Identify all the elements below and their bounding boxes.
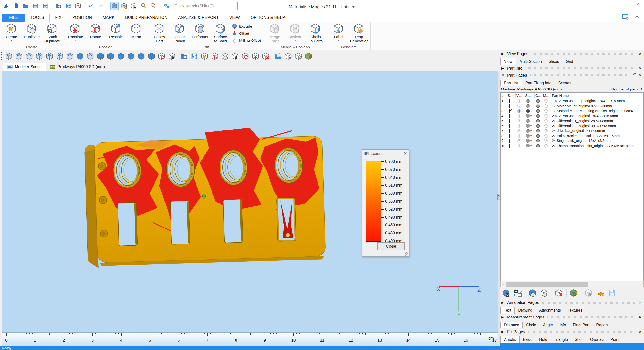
tab-scenes[interactable]: Scenes: [555, 80, 574, 86]
mark-part-button[interactable]: [294, 52, 304, 61]
shading-mode-icon[interactable]: ▾: [524, 144, 534, 148]
measurement-pages-close-icon[interactable]: ✕: [638, 315, 642, 320]
view-back-button[interactable]: [106, 52, 116, 61]
menu-tools[interactable]: TOOLS: [25, 14, 50, 22]
milling-offset-button[interactable]: Milling Offset: [232, 38, 261, 44]
part-select-checkbox[interactable]: [509, 129, 510, 133]
part-pages-close-icon[interactable]: ✕: [638, 73, 642, 78]
shading-mode-icon[interactable]: ▾: [524, 119, 534, 123]
menu-options-help[interactable]: OPTIONS & HELP: [245, 14, 290, 22]
prop-generation-button[interactable]: Prop Generation: [349, 22, 369, 43]
menu-analyze-report[interactable]: ANALYZE & REPORT: [173, 14, 224, 22]
tab-part-list[interactable]: Part List: [500, 80, 522, 86]
view-iso-button[interactable]: [136, 52, 146, 61]
collapse-arrow-icon[interactable]: ▶: [501, 301, 505, 304]
color-icon[interactable]: [534, 144, 542, 148]
tab-slices[interactable]: Slices: [545, 58, 562, 65]
collapse-arrow-icon[interactable]: ▼: [501, 74, 505, 77]
menu-view[interactable]: VIEW: [224, 14, 245, 22]
tab-text[interactable]: Text: [500, 307, 515, 314]
color-icon[interactable]: [534, 118, 542, 123]
tab-distance[interactable]: Distance: [500, 322, 523, 328]
table-row[interactable]: 3 ▾ 1x-Second Motor Mounting Bracket_ori…: [501, 108, 643, 114]
hollow-part-button[interactable]: Hollow Part: [150, 22, 169, 43]
tab-hole[interactable]: Hole: [536, 336, 550, 343]
table-row[interactable]: 10 ▾ 2x-Thumb Pronation Joint_original-2…: [501, 143, 643, 148]
tab-shell[interactable]: Shell: [571, 336, 587, 343]
color-icon[interactable]: [534, 128, 542, 133]
column-header[interactable]: S…: [524, 93, 534, 98]
fix-pages-header[interactable]: ▶ Fix Pages ✕: [500, 328, 644, 335]
table-row[interactable]: 8 ▾ 2x-Palm Bracket_original-118.2x25x11…: [501, 134, 643, 138]
tab-info[interactable]: Info: [556, 322, 570, 328]
scene-tab-prodways-p4000-sd-mm-[interactable]: Prodways P4000 SD (mm): [46, 63, 109, 70]
rect-hole[interactable]: [118, 202, 137, 246]
table-row[interactable]: 1 ▾ 10x-2 Part Joint - tip_original-18x4…: [501, 98, 643, 104]
tab-basic[interactable]: Basic: [520, 336, 536, 343]
surface-to-solid-button[interactable]: Surface to Solid: [210, 22, 230, 43]
rotate-button[interactable]: Rotate: [86, 22, 106, 39]
table-row[interactable]: 5 ▾ 2x-Differential 1_original-28.5x14x5…: [501, 118, 643, 124]
table-row[interactable]: 4 ▾ 20x-2 Part Joint_original-18x43.2x15…: [501, 114, 643, 118]
restore-button[interactable]: [621, 1, 628, 8]
pan-view-button[interactable]: [167, 52, 177, 61]
tab-final-part[interactable]: Final Part: [570, 322, 593, 328]
delete-part-button[interactable]: [261, 52, 271, 61]
perforator-button[interactable]: Perforator: [190, 22, 210, 39]
shells-group-button[interactable]: [539, 288, 550, 298]
close-button[interactable]: ×: [634, 1, 642, 8]
part-list-hscrollbar[interactable]: ‹ ›: [500, 281, 644, 288]
duplicate-button[interactable]: Duplicate: [22, 22, 42, 39]
delete-selected-part-button[interactable]: [554, 288, 564, 298]
part-select-checkbox[interactable]: [509, 139, 510, 142]
color-icon[interactable]: [534, 99, 542, 103]
menu-build-preparation[interactable]: BUILD PREPARATION: [120, 14, 173, 22]
part-list-table[interactable]: #S…V…S…C…M…Part Name 1 ▾ 10x-2 Part Join…: [500, 92, 644, 281]
column-header[interactable]: M…: [542, 93, 551, 98]
view-iso-bottom-back-button[interactable]: BB: [45, 52, 55, 61]
collapse-ribbon-icon[interactable]: [633, 14, 640, 20]
batch-duplicate-button[interactable]: Batch Duplicate: [42, 22, 62, 43]
color-icon[interactable]: [534, 104, 542, 108]
invert-selection-button[interactable]: [512, 288, 523, 298]
tab-grid[interactable]: Grid: [562, 58, 576, 65]
view-bottom-button[interactable]: LB: [86, 52, 96, 61]
part-info-close-icon[interactable]: ✕: [638, 66, 642, 70]
table-row[interactable]: 2 ▾ 1x-Motor Mount_original-97x30x30mm: [501, 104, 643, 109]
visibility-eye-icon[interactable]: [516, 124, 524, 128]
tab-overlap[interactable]: Overlap: [587, 336, 607, 343]
shading-mode-icon[interactable]: ▾: [524, 124, 534, 128]
translate-part-button[interactable]: [250, 52, 261, 61]
legend-close-icon[interactable]: ✕: [404, 151, 407, 156]
mirror-button[interactable]: Mirror: [126, 22, 146, 39]
rect-hole[interactable]: [276, 198, 296, 241]
flange-hole[interactable]: [99, 196, 107, 204]
table-row[interactable]: 7 ▾ 2x-drive bar_original-7x17x3.5mm: [501, 128, 643, 134]
part-select-checkbox[interactable]: [509, 99, 510, 103]
view-iso-back-left-button[interactable]: BL: [4, 52, 14, 61]
shading-mode-icon[interactable]: ▾: [524, 99, 534, 103]
view-iso-left-front-button[interactable]: LF: [24, 52, 34, 61]
part-info-header[interactable]: ▶ Part Info ✕: [500, 65, 644, 72]
color-icon[interactable]: [534, 109, 542, 113]
minimize-button[interactable]: –: [607, 1, 614, 8]
zoom-selected-parts-button[interactable]: [527, 288, 538, 298]
part-select-checkbox[interactable]: [509, 114, 510, 118]
part-select-checkbox[interactable]: [509, 104, 510, 108]
tab-multi-section[interactable]: Multi-Section: [516, 58, 545, 65]
tab-angle[interactable]: Angle: [540, 322, 556, 328]
measure-tool-button[interactable]: [273, 52, 283, 61]
menu-mark[interactable]: MARK: [97, 14, 120, 22]
view-pages-header[interactable]: ▶ View Pages ✕: [500, 50, 644, 57]
color-icon[interactable]: [534, 138, 542, 143]
tab-report[interactable]: Report: [593, 322, 611, 328]
offset-button[interactable]: Offset: [232, 30, 261, 36]
view-iso-back-right-button[interactable]: RB: [14, 52, 24, 61]
extrude-button[interactable]: Extrude: [232, 24, 261, 29]
visibility-eye-icon[interactable]: [516, 144, 524, 148]
part-select-checkbox[interactable]: [509, 124, 510, 128]
tab-triangle[interactable]: Triangle: [550, 336, 571, 343]
pivot-point-marker[interactable]: [202, 194, 206, 198]
mesh-cube-icon[interactable]: [542, 128, 551, 133]
menu-position[interactable]: POSITION: [67, 14, 97, 22]
